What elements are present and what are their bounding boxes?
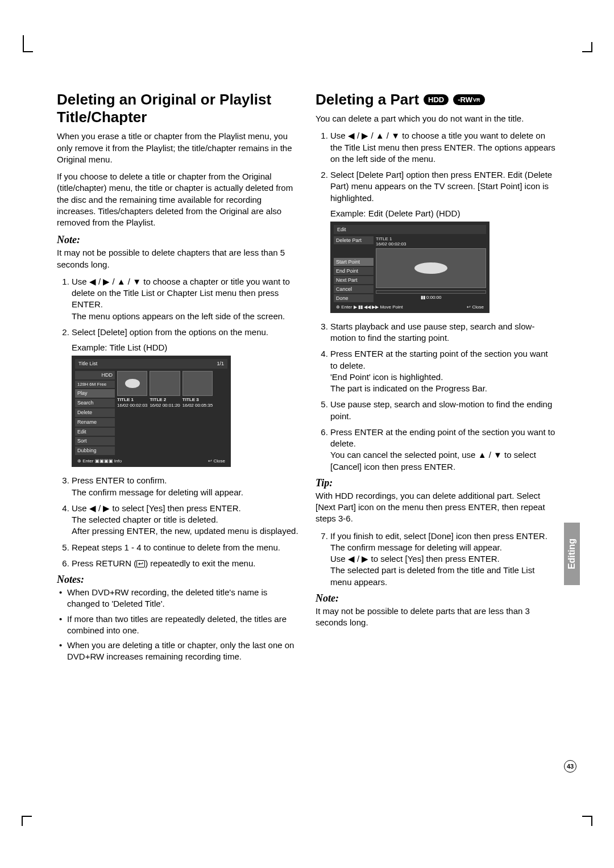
step-3: Press ENTER to confirm. The confirm mess… [72,475,298,498]
para: If you choose to delete a title or chapt… [57,171,298,228]
steps-list-2: Use ◀ / ▶ / ▲ / ▼ to choose a title you … [316,130,557,204]
crop-mark-tr [574,35,591,52]
thumb-2 [150,371,180,396]
crop-mark-bl [23,816,40,833]
section-tab-label: Editing [567,539,577,569]
step-2: Select [Delete] option from the options … [72,327,298,338]
tip-heading: Tip: [316,477,557,489]
page-content: Deleting an Original or Playlist Title/C… [57,91,557,777]
step-5: Repeat steps 1 - 4 to continue to delete… [72,542,298,553]
steps-list-2c: If you finish to edit, select [Done] ico… [316,531,557,588]
steps-list-2b: Starts playback and use pause step, sear… [316,321,557,473]
step-2: Select [Delete Part] option then press E… [330,169,557,204]
screenshot-title-list: Title List 1/1 HDD 128H 6M Free Play Sea… [72,356,231,467]
page-number: 43 [564,760,576,773]
ss-sidebar: HDD 128H 6M Free Play Search Delete Rena… [75,371,115,455]
step-5: Use pause step, search and slow-motion t… [330,399,557,422]
step-6: Press ENTER at the ending point of the s… [330,427,557,473]
note-item: If more than two titles are repeatedly d… [59,614,298,637]
example-caption: Example: Title List (HDD) [72,343,298,352]
step-4: Use ◀ / ▶ to select [Yes] then press ENT… [72,503,298,537]
notes-list: When DVD+RW recording, the deleted title… [57,587,298,663]
thumb-3 [182,371,213,396]
steps-list-1b: Press ENTER to confirm. The confirm mess… [57,475,298,569]
para: You can delete a part which you do not w… [316,113,557,124]
crop-mark-tl [23,35,40,52]
para: When you erase a title or chapter from t… [57,131,298,165]
note-item: When DVD+RW recording, the deleted title… [59,587,298,610]
heading-delete-part: Deleting a Part [316,91,419,108]
badge-rwvr: -RWVR [453,94,484,105]
section-tab-editing: Editing [564,523,580,585]
step-7: If you finish to edit, select [Done] ico… [330,531,557,588]
step-1: Use ◀ / ▶ / ▲ / ▼ to choose a chapter or… [72,276,298,322]
note-body-2: It may not be possible to delete parts t… [316,606,557,629]
video-preview [376,248,486,288]
left-column: Deleting an Original or Playlist Title/C… [57,91,298,777]
example-caption-2: Example: Edit (Delete Part) (HDD) [330,208,557,218]
step-1: Use ◀ / ▶ / ▲ / ▼ to choose a title you … [330,130,557,165]
notes-heading: Notes: [57,574,298,586]
return-icon: ↩ [136,560,145,567]
right-column: Deleting a Part HDD -RWVR You can delete… [316,91,557,777]
note-item: When you are deleting a title or chapter… [59,640,298,663]
note-body: It may not be possible to delete chapter… [57,247,298,270]
progress-bar [376,290,486,294]
heading-delete-original: Deleting an Original or Playlist Title/C… [57,91,298,126]
crop-mark-br [574,816,591,833]
tip-body: With HDD recordings, you can delete addi… [316,490,557,525]
steps-list-1: Use ◀ / ▶ / ▲ / ▼ to choose a chapter or… [57,276,298,338]
step-3: Starts playback and use pause step, sear… [330,321,557,344]
note-heading: Note: [57,234,298,246]
step-4: Press ENTER at the starting point of the… [330,348,557,394]
step-6-text: Press RETURN ( [72,558,136,568]
step-6: Press RETURN (↩) repeatedly to exit the … [72,558,298,569]
badge-hdd: HDD [424,94,449,105]
note-heading-2: Note: [316,592,557,604]
screenshot-edit-delete-part: Edit Delete Part Start Point End Point N… [330,222,489,313]
thumb-1 [117,371,147,396]
ss-titlebar: Title List 1/1 [75,359,227,369]
